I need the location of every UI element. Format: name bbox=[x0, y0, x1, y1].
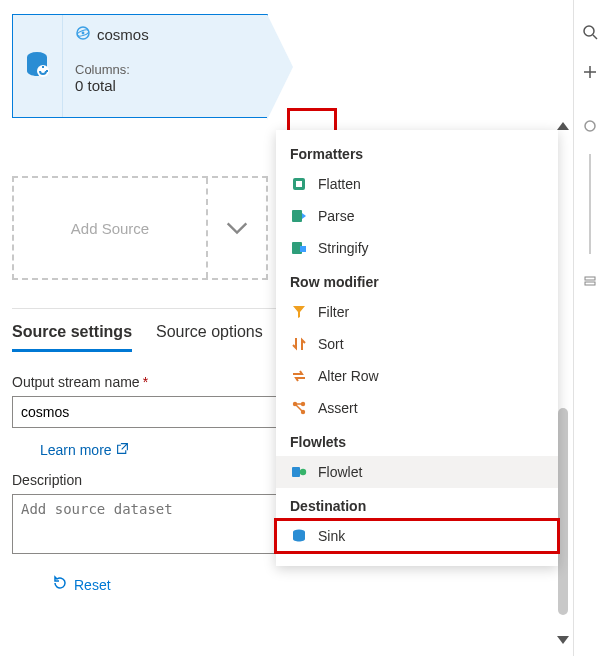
menu-header-flowlets: Flowlets bbox=[276, 424, 558, 456]
description-label: Description bbox=[12, 472, 312, 488]
learn-more-text: Learn more bbox=[40, 442, 112, 458]
add-source-button[interactable]: Add Source bbox=[12, 176, 268, 280]
output-stream-label: Output stream name bbox=[12, 374, 140, 390]
add-source-label: Add Source bbox=[14, 220, 206, 237]
sink-icon bbox=[290, 527, 308, 545]
transformation-menu: Formatters Flatten Parse Stringify Row m… bbox=[276, 130, 558, 566]
svg-point-4 bbox=[82, 32, 85, 35]
menu-label: Flowlet bbox=[318, 464, 362, 480]
source-node-cosmos[interactable]: cosmos Columns: 0 total bbox=[12, 14, 268, 118]
svg-rect-6 bbox=[296, 181, 302, 187]
menu-item-sink[interactable]: Sink bbox=[276, 520, 558, 552]
svg-point-14 bbox=[300, 469, 306, 475]
node-title: cosmos bbox=[97, 26, 149, 43]
flatten-icon bbox=[290, 175, 308, 193]
menu-item-filter[interactable]: Filter bbox=[276, 296, 558, 328]
search-icon[interactable] bbox=[578, 20, 602, 44]
external-link-icon bbox=[116, 442, 129, 458]
cosmos-icon bbox=[75, 25, 91, 44]
svg-point-16 bbox=[584, 26, 594, 36]
parse-icon bbox=[290, 207, 308, 225]
output-stream-input[interactable] bbox=[12, 396, 282, 428]
svg-rect-7 bbox=[292, 210, 302, 222]
menu-header-formatters: Formatters bbox=[276, 136, 558, 168]
menu-label: Flatten bbox=[318, 176, 361, 192]
tab-source-options[interactable]: Source options bbox=[156, 323, 263, 352]
plus-icon[interactable] bbox=[578, 60, 602, 84]
required-asterisk: * bbox=[143, 374, 148, 390]
tab-source-settings[interactable]: Source settings bbox=[12, 323, 132, 352]
svg-rect-19 bbox=[585, 282, 595, 285]
menu-item-assert[interactable]: Assert bbox=[276, 392, 558, 424]
menu-label: Sink bbox=[318, 528, 345, 544]
svg-rect-13 bbox=[292, 467, 300, 477]
filter-icon bbox=[290, 303, 308, 321]
reset-label: Reset bbox=[74, 577, 111, 593]
node-columns-label: Columns: bbox=[75, 62, 255, 77]
menu-label: Alter Row bbox=[318, 368, 379, 384]
menu-label: Sort bbox=[318, 336, 344, 352]
menu-item-sort[interactable]: Sort bbox=[276, 328, 558, 360]
menu-label: Parse bbox=[318, 208, 355, 224]
zoom-track[interactable] bbox=[589, 154, 591, 254]
menu-label: Assert bbox=[318, 400, 358, 416]
menu-item-alter-row[interactable]: Alter Row bbox=[276, 360, 558, 392]
flowlet-icon bbox=[290, 463, 308, 481]
datasource-icon bbox=[13, 15, 63, 117]
menu-label: Stringify bbox=[318, 240, 369, 256]
sort-icon bbox=[290, 335, 308, 353]
assert-icon bbox=[290, 399, 308, 417]
menu-item-parse[interactable]: Parse bbox=[276, 200, 558, 232]
alter-row-icon bbox=[290, 367, 308, 385]
svg-rect-18 bbox=[585, 277, 595, 280]
menu-header-row-modifier: Row modifier bbox=[276, 264, 558, 296]
svg-point-17 bbox=[585, 121, 595, 131]
layers-icon[interactable] bbox=[578, 270, 602, 294]
chevron-down-icon[interactable] bbox=[206, 178, 266, 278]
reset-icon bbox=[52, 575, 68, 594]
menu-header-destination: Destination bbox=[276, 488, 558, 520]
learn-more-link[interactable]: Learn more bbox=[40, 442, 129, 458]
node-columns-value: 0 total bbox=[75, 77, 255, 94]
reset-button[interactable]: Reset bbox=[52, 575, 312, 594]
menu-item-stringify[interactable]: Stringify bbox=[276, 232, 558, 264]
menu-item-flatten[interactable]: Flatten bbox=[276, 168, 558, 200]
zoom-handle[interactable] bbox=[578, 114, 602, 138]
menu-label: Filter bbox=[318, 304, 349, 320]
menu-item-flowlet[interactable]: Flowlet bbox=[276, 456, 558, 488]
description-input[interactable] bbox=[12, 494, 282, 554]
svg-rect-9 bbox=[300, 246, 306, 252]
stringify-icon bbox=[290, 239, 308, 257]
right-toolbar bbox=[573, 0, 605, 656]
